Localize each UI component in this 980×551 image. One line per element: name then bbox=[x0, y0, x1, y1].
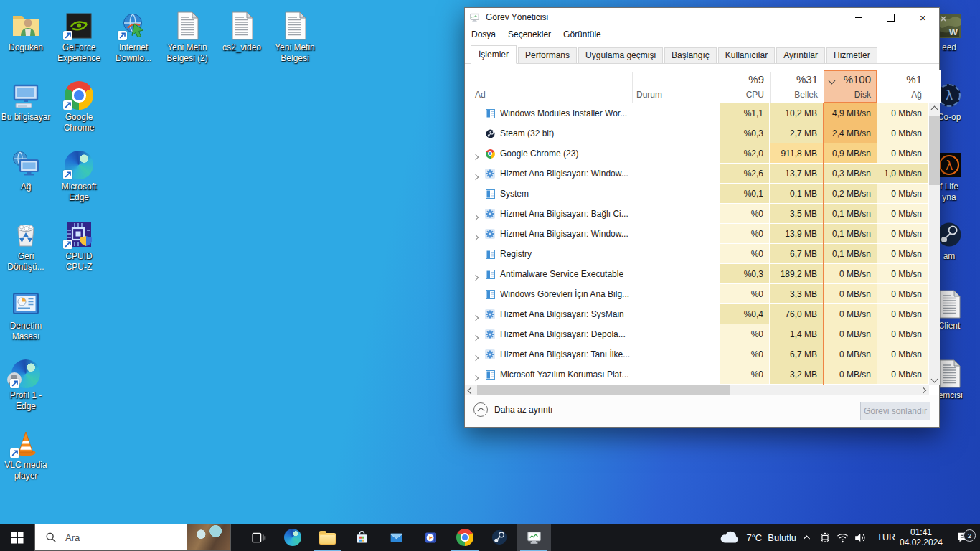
process-disk-value: 0 MB/sn bbox=[824, 364, 877, 384]
vertical-scroll-thumb[interactable] bbox=[929, 116, 940, 185]
windows-logo-icon bbox=[11, 532, 24, 544]
expand-chevron-icon[interactable] bbox=[473, 151, 478, 161]
process-cpu-value: %0,1 bbox=[720, 184, 769, 203]
clock[interactable]: 01:41 04.02.2024 bbox=[897, 524, 946, 551]
taskbar-store-button[interactable] bbox=[344, 524, 379, 551]
process-net-value: 0 Mb/sn bbox=[877, 284, 928, 303]
process-cpu-value: %2,6 bbox=[720, 164, 769, 183]
process-icon-winapp bbox=[485, 369, 495, 380]
notification-badge: 2 bbox=[963, 529, 976, 542]
expand-chevron-icon[interactable] bbox=[473, 332, 478, 342]
minimize-button[interactable] bbox=[842, 8, 875, 27]
tab-uygulama-ge-mi-i[interactable]: Uygulama geçmişi bbox=[578, 47, 663, 63]
search-box[interactable]: Ara bbox=[34, 524, 231, 551]
process-name: Registry bbox=[500, 249, 532, 259]
menu-dosya[interactable]: Dosya bbox=[471, 29, 496, 39]
svg-text:λ: λ bbox=[946, 158, 953, 173]
menu-bar: DosyaSeçeneklerGörüntüle bbox=[465, 27, 939, 42]
vertical-scrollbar[interactable] bbox=[929, 103, 940, 385]
expand-chevron-icon[interactable] bbox=[473, 171, 478, 182]
process-row[interactable]: Registry%06,7 MB0,1 MB/sn0 Mb/sn bbox=[465, 244, 941, 264]
process-disk-value: 0,3 MB/sn bbox=[824, 164, 877, 183]
search-highlight-image[interactable] bbox=[187, 524, 230, 550]
expand-chevron-icon[interactable] bbox=[473, 232, 478, 242]
weather-widget[interactable]: 7°C Bulutlu bbox=[720, 524, 796, 551]
process-disk-value: 2,4 MB/sn bbox=[824, 123, 877, 143]
taskbar: Ara 7°C Bulutlu TUR 01:41 04.02.2024 bbox=[0, 524, 980, 551]
volume-tray-button[interactable] bbox=[852, 524, 867, 551]
menu-g-r-nt-le[interactable]: Görüntüle bbox=[563, 29, 601, 39]
hidden-icons-button[interactable] bbox=[799, 524, 814, 551]
column-status[interactable]: Durum bbox=[636, 90, 662, 100]
search-icon bbox=[45, 532, 57, 543]
weather-condition: Bulutlu bbox=[768, 532, 796, 543]
scroll-up-button[interactable] bbox=[929, 103, 940, 115]
process-net-value: 0 Mb/sn bbox=[877, 324, 928, 344]
taskbar-task-view-button[interactable] bbox=[241, 524, 275, 551]
menu-se-enekler[interactable]: Seçenekler bbox=[508, 29, 551, 39]
process-row[interactable]: Hizmet Ana Bilgisayarı: Tanı İlke...%06,… bbox=[465, 344, 941, 364]
tab-kullan-c-lar[interactable]: Kullanıcılar bbox=[718, 47, 775, 63]
taskbar-chrome-button[interactable] bbox=[448, 524, 482, 551]
expand-chevron-icon[interactable] bbox=[473, 212, 478, 222]
process-disk-value: 0,1 MB/sn bbox=[824, 204, 877, 223]
end-task-button[interactable]: Görevi sonlandır bbox=[860, 402, 930, 420]
tab-performans[interactable]: Performans bbox=[518, 47, 577, 63]
tab-ayr-nt-lar[interactable]: Ayrıntılar bbox=[776, 47, 825, 63]
tab-i-lemler[interactable]: İşlemler bbox=[471, 45, 517, 64]
taskbar-mail-button[interactable] bbox=[379, 524, 413, 551]
process-name: Hizmet Ana Bilgisayarı: Window... bbox=[500, 229, 628, 239]
column-divider[interactable] bbox=[928, 72, 928, 103]
taskbar-file-explorer-button[interactable] bbox=[310, 524, 344, 551]
taskbar-movies-tv-button[interactable] bbox=[413, 524, 448, 551]
network-tray-button[interactable] bbox=[835, 524, 849, 551]
process-mem-value: 2,7 MB bbox=[770, 123, 823, 143]
process-name: Hizmet Ana Bilgisayarı: Depola... bbox=[500, 329, 626, 339]
disk-column-left-border bbox=[823, 103, 824, 385]
expand-chevron-icon[interactable] bbox=[473, 272, 478, 282]
column-divider[interactable] bbox=[632, 72, 633, 103]
process-row[interactable]: Windows Modules Installer Wor...%1,110,2… bbox=[465, 103, 941, 123]
action-center-button[interactable]: 2 bbox=[954, 524, 973, 551]
maximize-button[interactable] bbox=[875, 8, 907, 27]
process-row[interactable]: Hizmet Ana Bilgisayarı: Window...%013,9 … bbox=[465, 224, 941, 244]
language-indicator[interactable]: TUR bbox=[877, 524, 895, 551]
expand-chevron-icon[interactable] bbox=[473, 312, 478, 322]
taskbar-task-manager-button[interactable] bbox=[517, 524, 551, 551]
process-row[interactable]: System%0,10,1 MB0,2 MB/sn0 Mb/sn bbox=[465, 184, 941, 204]
process-mem-value: 13,9 MB bbox=[770, 224, 823, 243]
expand-chevron-icon[interactable] bbox=[473, 372, 478, 382]
process-cpu-value: %1,1 bbox=[720, 103, 769, 123]
process-row[interactable]: Hizmet Ana Bilgisayarı: Bağlı Ci...%03,5… bbox=[465, 204, 941, 224]
expand-chevron-icon[interactable] bbox=[473, 352, 478, 362]
action-center-icon: 2 bbox=[956, 530, 971, 545]
fewer-details-toggle[interactable]: Daha az ayrıntı bbox=[473, 402, 552, 417]
process-icon-chrome bbox=[485, 149, 495, 159]
process-name: Microsoft Yazılım Koruması Plat... bbox=[500, 369, 629, 380]
column-name[interactable]: Ad bbox=[475, 90, 486, 100]
date: 04.02.2024 bbox=[897, 537, 946, 547]
process-row[interactable]: Steam (32 bit)%0,32,7 MB2,4 MB/sn0 Mb/sn bbox=[465, 123, 941, 143]
tab-ba-lang[interactable]: Başlangıç bbox=[664, 47, 717, 63]
column-memory[interactable]: Bellek bbox=[770, 90, 818, 100]
process-row[interactable]: Antimalware Service Executable%0,3189,2 … bbox=[465, 264, 941, 284]
process-cpu-value: %0,3 bbox=[720, 123, 769, 143]
language-code: TUR bbox=[877, 532, 895, 542]
process-row[interactable]: Windows Görevleri İçin Ana Bilg...%03,3 … bbox=[465, 284, 941, 304]
process-row[interactable]: Microsoft Yazılım Koruması Plat...%03,2 … bbox=[465, 364, 941, 385]
update-tray-icon[interactable] bbox=[818, 524, 832, 551]
start-button[interactable] bbox=[0, 524, 34, 551]
process-row[interactable]: Hizmet Ana Bilgisayarı: Depola...%01,4 M… bbox=[465, 324, 941, 344]
column-cpu[interactable]: CPU bbox=[720, 90, 764, 100]
scroll-down-button[interactable] bbox=[929, 373, 940, 385]
column-network[interactable]: Ağ bbox=[877, 90, 922, 100]
column-disk[interactable]: Disk bbox=[824, 90, 871, 100]
taskbar-steam-button[interactable] bbox=[482, 524, 517, 551]
process-net-value: 0 Mb/sn bbox=[877, 244, 928, 263]
tab-hizmetler[interactable]: Hizmetler bbox=[826, 47, 877, 63]
taskbar-edge-button[interactable] bbox=[275, 524, 310, 551]
close-button[interactable]: × bbox=[907, 8, 939, 27]
process-row[interactable]: Hizmet Ana Bilgisayarı: SysMain%0,476,0 … bbox=[465, 304, 941, 324]
process-row[interactable]: Google Chrome (23)%2,0911,8 MB0,9 MB/sn0… bbox=[465, 143, 941, 164]
process-row[interactable]: Hizmet Ana Bilgisayarı: Window...%2,613,… bbox=[465, 164, 941, 184]
